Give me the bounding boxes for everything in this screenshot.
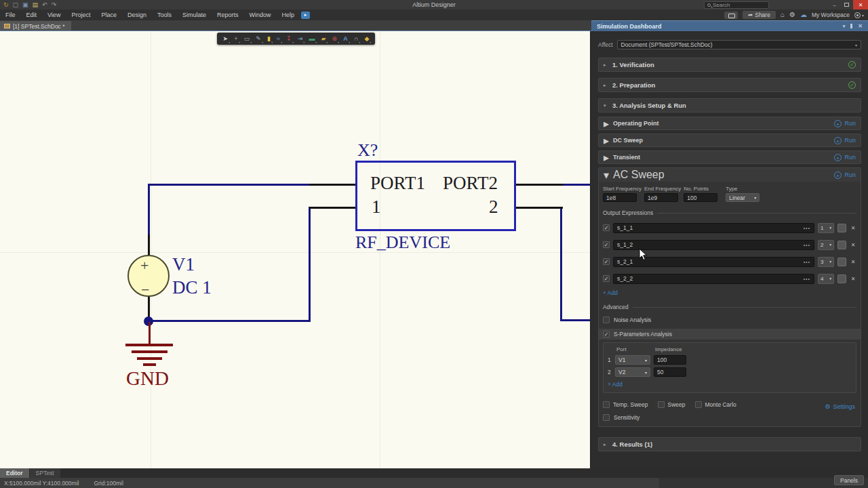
settings-button[interactable]: ⚙ Settings xyxy=(825,403,855,410)
expression-checkbox[interactable]: ✓ xyxy=(603,224,610,231)
more-icon[interactable]: ••• xyxy=(804,243,810,247)
analysis-operating-point[interactable]: ▸ Operating Point ▸ Run xyxy=(598,117,861,130)
panel-menu-icon[interactable]: ▾ xyxy=(843,24,846,29)
affect-dropdown[interactable]: Document (SPTest/SPTest.SchDoc) ▾ xyxy=(617,40,861,49)
pin-icon[interactable] xyxy=(850,24,852,28)
plot-number-dropdown[interactable]: 4 ▾ xyxy=(818,274,834,284)
search-input[interactable]: Search xyxy=(704,1,769,9)
maximize-button[interactable] xyxy=(842,0,852,9)
menu-reports[interactable]: Reports xyxy=(212,9,244,20)
home-icon[interactable]: ⌂ xyxy=(781,11,785,19)
minimize-button[interactable]: – xyxy=(829,0,840,9)
color-swatch[interactable] xyxy=(837,224,846,232)
wire[interactable] xyxy=(560,207,562,321)
expression-checkbox[interactable]: ✓ xyxy=(603,241,610,248)
wire[interactable] xyxy=(148,184,311,186)
source-pin[interactable] xyxy=(148,296,150,319)
expression-checkbox[interactable]: ✓ xyxy=(603,275,610,282)
panels-button[interactable]: Panels xyxy=(834,475,864,485)
run-simulation-icon[interactable]: ▸ xyxy=(301,12,310,19)
comments-icon[interactable] xyxy=(724,12,738,19)
gear-icon[interactable]: ⚙ xyxy=(789,11,795,19)
more-icon[interactable]: ••• xyxy=(804,226,810,230)
no-erc-icon[interactable]: ⊗ xyxy=(332,35,338,42)
source-pin[interactable] xyxy=(148,235,150,256)
port-dropdown[interactable]: V1 ▾ xyxy=(615,355,650,365)
net-label-icon[interactable]: ▰ xyxy=(321,35,326,42)
delete-expression-icon[interactable]: ✕ xyxy=(850,276,856,282)
wire[interactable] xyxy=(563,184,590,186)
menu-project[interactable]: Project xyxy=(66,9,96,20)
power-port-icon[interactable]: ↧ xyxy=(286,35,292,42)
pin-port1[interactable] xyxy=(309,184,355,186)
sensitivity-checkbox[interactable] xyxy=(603,414,610,421)
pin-1[interactable] xyxy=(309,207,355,209)
section-results[interactable]: ▸ 4. Results (1) xyxy=(598,437,861,451)
selection-tool-icon[interactable]: + xyxy=(234,35,237,42)
sheet-symbol-icon[interactable]: ▬ xyxy=(309,35,315,42)
add-expression-link[interactable]: + Add xyxy=(603,289,856,296)
cloud-icon[interactable]: ☁ xyxy=(800,11,807,19)
sweep-checkbox[interactable] xyxy=(658,401,665,408)
color-swatch[interactable] xyxy=(837,258,846,266)
end-frequency-input[interactable]: 1e9 xyxy=(644,193,678,202)
rf-device-component[interactable] xyxy=(355,161,516,231)
menu-edit[interactable]: Edit xyxy=(21,9,43,20)
impedance-input[interactable]: 100 xyxy=(654,355,686,365)
run-operating-point-button[interactable]: ▸ Run xyxy=(834,120,856,127)
arc-tool-icon[interactable]: ∩ xyxy=(354,35,358,42)
analysis-ac-sweep[interactable]: ▾ AC Sweep ▸ Run xyxy=(599,168,861,182)
wire-tool-icon[interactable]: ✎ xyxy=(256,35,261,42)
text-string-icon[interactable]: A xyxy=(343,35,348,42)
rectangle-tool-icon[interactable]: ▭ xyxy=(244,35,250,42)
menu-help[interactable]: Help xyxy=(277,9,300,20)
close-button[interactable]: ✕ xyxy=(853,0,868,9)
panel-header[interactable]: Simulation Dashboard ▾ ✕ xyxy=(591,20,868,31)
expression-checkbox[interactable]: ✓ xyxy=(603,258,610,265)
delete-expression-icon[interactable]: ✕ xyxy=(850,225,856,231)
analysis-transient[interactable]: ▸ Transient ▸ Run xyxy=(598,150,861,164)
more-icon[interactable]: ••• xyxy=(804,260,810,264)
menu-tools[interactable]: Tools xyxy=(152,9,177,20)
section-preparation[interactable]: ▸ 2. Preparation ✓ xyxy=(598,78,861,92)
section-analysis-setup[interactable]: ▾ 3. Analysis Setup & Run xyxy=(598,98,861,113)
plot-number-dropdown[interactable]: 3 ▾ xyxy=(818,257,834,267)
pin-2[interactable] xyxy=(516,207,563,209)
no-points-input[interactable]: 100 xyxy=(684,193,717,202)
color-swatch[interactable] xyxy=(837,241,846,249)
start-frequency-input[interactable]: 1e8 xyxy=(603,193,637,202)
menu-place[interactable]: Place xyxy=(96,9,122,20)
place-port-icon[interactable]: ⇥ xyxy=(298,35,303,42)
source-designator[interactable]: V1 xyxy=(172,254,195,275)
ground-label[interactable]: GND xyxy=(126,367,169,390)
plot-number-dropdown[interactable]: 2 ▾ xyxy=(818,240,834,250)
analysis-dc-sweep[interactable]: ▸ DC Sweep ▸ Run xyxy=(598,134,861,147)
signal-harness-icon[interactable]: ≈ xyxy=(277,35,280,42)
user-menu[interactable]: ▾ xyxy=(854,12,864,18)
menu-design[interactable]: Design xyxy=(122,9,152,20)
menu-file[interactable]: File xyxy=(0,9,21,20)
menu-window[interactable]: Window xyxy=(243,9,276,20)
menu-simulate[interactable]: Simulate xyxy=(177,9,212,20)
component-designator[interactable]: X? xyxy=(357,140,378,161)
delete-expression-icon[interactable]: ✕ xyxy=(850,259,856,265)
port-dropdown[interactable]: V2 ▾ xyxy=(615,367,650,377)
panel-close-icon[interactable]: ✕ xyxy=(858,23,863,29)
tab-editor[interactable]: Editor xyxy=(0,468,29,478)
run-dc-sweep-button[interactable]: ▸ Run xyxy=(834,137,856,144)
schematic-canvas[interactable]: ➤ + ▭ ✎ ▮ ≈ ↧ ⇥ ▬ ▰ ⊗ A ∩ ◆ X? PORT1 POR… xyxy=(0,31,590,468)
section-verification[interactable]: ▸ 1. Verification ✓ xyxy=(598,58,861,72)
wire[interactable] xyxy=(148,320,311,322)
delete-expression-icon[interactable]: ✕ xyxy=(850,242,856,248)
sparams-analysis-checkbox[interactable]: ✓ xyxy=(603,331,610,338)
cursor-tool-icon[interactable]: ➤ xyxy=(223,35,229,42)
workspace-label[interactable]: My Workspace xyxy=(812,12,850,18)
pin-port2[interactable] xyxy=(516,184,563,186)
share-button[interactable]: ➦ Share xyxy=(743,11,776,19)
run-transient-button[interactable]: ▸ Run xyxy=(834,154,856,161)
place-part-icon[interactable]: ▮ xyxy=(267,35,271,42)
plot-number-dropdown[interactable]: 1 ▾ xyxy=(818,223,834,233)
tab-sptest-schdoc[interactable]: [1] SPTest.SchDoc * xyxy=(0,21,71,31)
type-dropdown[interactable]: Linear ▾ xyxy=(726,193,760,202)
tab-sptest-project[interactable]: SPTest xyxy=(30,468,60,478)
